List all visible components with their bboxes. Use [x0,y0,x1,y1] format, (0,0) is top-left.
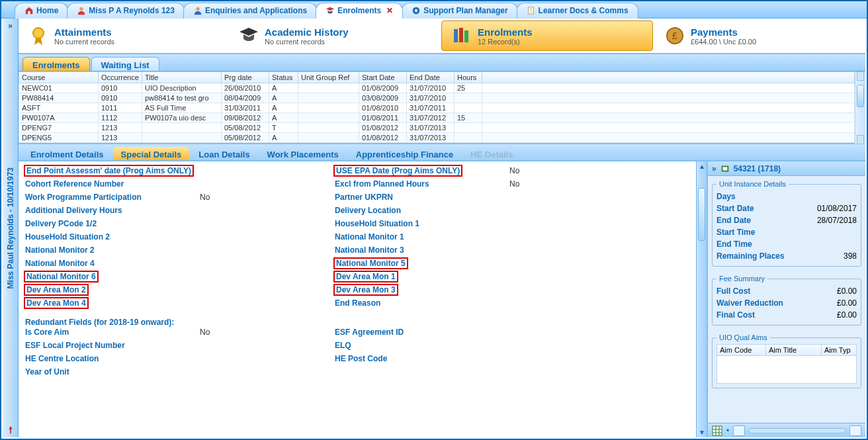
svg-rect-6 [454,29,458,42]
grid-header[interactable]: Unit Group Ref [298,72,359,83]
form-label: HouseHold Situation 1 [333,218,505,229]
form-value[interactable] [508,298,601,308]
tab-home[interactable]: Home [15,3,68,19]
enrolment-grid-wrap: CourseOccurrence ▲TitlePrg dateStatusUni… [19,71,865,144]
scroll-right-button[interactable] [849,425,861,436]
svg-point-1 [196,7,199,11]
chevron-right-icon[interactable]: » [712,164,716,173]
close-icon[interactable]: ✕ [386,6,393,15]
tab-learner[interactable]: Miss P A Reynolds 123 [67,3,185,19]
table-row[interactable]: PW0107A1112PW0107a uio desc09/08/2012A01… [19,113,855,123]
form-value[interactable] [198,298,331,308]
form-value[interactable] [508,353,601,364]
grid-header[interactable]: Hours [455,72,482,83]
special-details-form: End Point Assessm' date (Prog Aims ONLY)… [19,161,696,437]
grid-header[interactable]: Prg date [222,72,269,83]
dtab-loan-details[interactable]: Loan Details [191,147,257,160]
lifebuoy-icon [412,6,421,15]
form-value[interactable] [198,258,331,269]
card-title: Academic History [265,26,349,38]
form-value[interactable] [198,353,331,364]
info-row: Start Time [716,226,857,238]
chevron-right-icon[interactable]: » [8,21,13,30]
dtab-work-placements[interactable]: Work Placements [259,147,347,160]
home-icon [24,6,34,15]
card-history[interactable]: Academic History No current records [229,19,439,53]
dtab-special-details[interactable]: Special Details [113,147,190,160]
form-value[interactable] [198,367,331,377]
form-value[interactable] [198,179,331,189]
table-row[interactable]: NEWC010910UIO Description26/08/2010A01/0… [19,83,855,93]
info-row: Final Cost£0.00 [716,309,857,321]
grid-header[interactable]: Title [142,72,222,83]
svg-rect-13 [713,426,722,435]
form-label: National Monitor 6 [24,271,196,282]
grid-header[interactable]: Start Date [359,72,407,83]
uio-qual-aims: UIO Qual Aims Aim Code Aim Title Aim Typ [712,333,861,388]
grid-scrollbar[interactable] [855,71,865,144]
form-scrollbar[interactable]: ▲ ▼ [696,161,707,437]
form-value[interactable] [508,245,601,255]
form-value[interactable]: No [508,179,601,189]
form-value[interactable] [508,205,601,216]
tab-label: Home [36,6,58,15]
form-value[interactable] [508,271,601,282]
form-value[interactable] [508,327,601,337]
pin-icon[interactable] [6,425,15,435]
form-value[interactable] [508,232,601,242]
grid-header[interactable]: End Date [407,72,455,83]
table-row[interactable]: ASFT1011AS Full Time31/03/2011A01/08/201… [19,103,855,113]
form-label: National Monitor 5 [333,258,505,269]
form-value[interactable]: No [198,192,331,202]
form-value[interactable] [508,285,601,295]
spreadsheet-icon[interactable] [712,425,722,436]
form-label: National Monitor 4 [24,258,196,269]
form-label: Additional Delivery Hours [24,205,196,216]
card-payments[interactable]: £ Payments £644.00 \ Unc £0.00 [655,19,865,53]
form-value[interactable] [198,205,331,216]
subtab-waiting[interactable]: Waiting List [91,57,159,71]
form-value[interactable] [198,271,331,282]
form-label: National Monitor 3 [333,245,505,255]
svg-point-0 [80,7,83,11]
form-label: Delivery Location [333,205,505,216]
tab-docs[interactable]: Learner Docs & Comms [517,3,638,19]
form-value[interactable]: No [198,327,331,337]
form-value[interactable] [198,285,331,295]
subtab-enrolments[interactable]: Enrolments [22,57,90,71]
tab-enrolments[interactable]: Enrolments ✕ [316,3,403,19]
form-value[interactable] [508,192,601,202]
tab-support[interactable]: Support Plan Manager [402,3,517,19]
form-label: Dev Area Mon 1 [333,271,505,282]
form-value[interactable] [508,367,601,377]
dtab-apprenticeship-finance[interactable]: Apprenticeship Finance [348,147,461,160]
form-value[interactable] [508,218,601,229]
tab-label: Enrolments [337,6,381,15]
table-row[interactable]: DPENG7121305/08/2012T01/08/201231/07/201… [19,123,855,133]
enrolment-grid[interactable]: CourseOccurrence ▲TitlePrg dateStatusUni… [19,71,855,144]
right-footer: • [708,423,865,437]
form-value[interactable] [198,218,331,229]
tab-label: Learner Docs & Comms [539,6,629,15]
info-row: Days [716,191,857,202]
h-scrollbar[interactable] [749,428,846,433]
card-enrolments[interactable]: Enrolments 12 Record(s) [441,21,653,51]
detail-body: End Point Assessm' date (Prog Aims ONLY)… [19,161,865,437]
form-label: Year of Unit [24,367,196,377]
form-value[interactable] [198,232,331,242]
grid-header[interactable]: Course [19,72,99,83]
table-row[interactable]: PW884140910pw88414 to test gro08/04/2009… [19,93,855,103]
form-value[interactable] [508,258,601,269]
form-value[interactable] [198,340,331,351]
dtab-enrolment-details[interactable]: Enrolment Details [22,147,112,160]
table-row[interactable]: DPENG5121305/08/2012A01/08/201231/07/201… [19,133,855,143]
tab-enquiries[interactable]: Enquiries and Applications [183,3,317,19]
form-value[interactable] [508,340,601,351]
form-value[interactable] [198,165,331,176]
form-value[interactable] [198,245,331,255]
form-value[interactable]: No [508,165,601,176]
grid-header[interactable]: Occurrence ▲ [99,72,142,83]
grid-header[interactable]: Status [269,72,298,83]
scroll-left-button[interactable] [733,425,745,436]
card-attainments[interactable]: Attainments No current records [19,19,229,53]
